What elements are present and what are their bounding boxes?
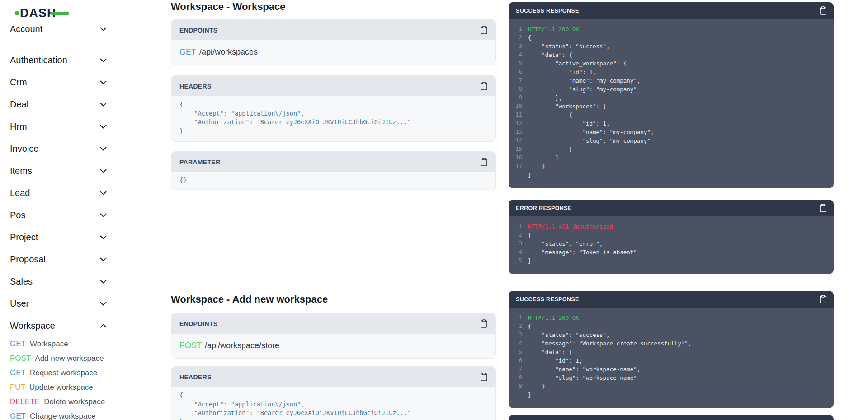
sidebar-category[interactable]: Crm bbox=[0, 71, 118, 93]
code-line: {} bbox=[179, 176, 487, 185]
copy-icon[interactable] bbox=[481, 319, 487, 328]
code-line: { bbox=[179, 391, 487, 400]
code-text: "name": "my-company", bbox=[528, 128, 654, 136]
code-line: 15 } bbox=[509, 145, 834, 154]
chevron-down-icon bbox=[100, 103, 107, 107]
sidebar-endpoint-link[interactable]: GET Change workspace bbox=[0, 409, 118, 420]
chevron-down-icon bbox=[100, 257, 107, 261]
code-text: HTTP/1.1 200 OK bbox=[528, 25, 579, 33]
error-response-panel: ERROR RESPONSE 1 HTTP/1.1 401 Unauthoriz… bbox=[509, 200, 834, 274]
code-line: 8 "slug": "workspace-name" bbox=[509, 373, 834, 382]
response-code: 1 HTTP/1.1 200 OK 2 { 3 "status": "succe… bbox=[509, 19, 834, 188]
line-number: 8 bbox=[509, 373, 522, 382]
line-number: 15 bbox=[509, 145, 522, 154]
chevron-down-icon bbox=[100, 213, 107, 217]
copy-icon[interactable] bbox=[820, 204, 826, 212]
endpoint-row: POST/api/workspace/store bbox=[171, 334, 495, 358]
copy-icon[interactable] bbox=[481, 373, 487, 381]
line-number: 1 bbox=[509, 313, 522, 322]
sidebar-category[interactable]: Deal bbox=[0, 93, 118, 116]
sidebar-category[interactable]: Workspace bbox=[0, 315, 118, 337]
code-text: "slug": "my-company" bbox=[528, 136, 651, 145]
copy-icon[interactable] bbox=[481, 158, 487, 166]
code-text: HTTP/1.1 200 OK bbox=[528, 313, 579, 322]
code-text: }, bbox=[528, 93, 562, 102]
sidebar-category[interactable]: Items bbox=[0, 160, 118, 182]
endpoint-method: GET bbox=[179, 47, 196, 56]
sidebar-endpoint-link[interactable]: GET Workspace bbox=[0, 337, 118, 351]
sidebar-category-label: Proposal bbox=[10, 254, 100, 265]
chevron-down-icon bbox=[100, 302, 107, 306]
sidebar-category[interactable]: Lead bbox=[0, 182, 118, 204]
code-text: "active_workspace": { bbox=[528, 59, 627, 68]
copy-icon[interactable] bbox=[481, 26, 487, 34]
panel-header: ENDPOINTS bbox=[171, 313, 495, 334]
code-line: 3 "status": "error", bbox=[509, 239, 834, 248]
copy-icon[interactable] bbox=[820, 6, 826, 15]
line-number: 2 bbox=[509, 322, 522, 331]
sidebar-category-list: Account Authentication Crm Deal bbox=[0, 27, 118, 337]
endpoint-link-label: Request workspace bbox=[30, 369, 97, 378]
code-text: "name": "my-company", bbox=[528, 76, 640, 85]
chevron-down-icon bbox=[100, 191, 107, 195]
line-number: 4 bbox=[509, 51, 522, 59]
code-line: 5 } bbox=[509, 257, 834, 265]
sidebar-endpoint-link[interactable]: GET Request workspace bbox=[0, 366, 118, 380]
workspace-endpoint-list: GET Workspace POST Add new workspace GET… bbox=[0, 337, 118, 420]
sidebar-category[interactable]: Invoice bbox=[0, 138, 118, 160]
sidebar-category[interactable]: Pos bbox=[0, 204, 118, 226]
sidebar-category-label: Crm bbox=[10, 77, 100, 88]
code-line: "Accept": "application\/json", bbox=[179, 400, 487, 409]
endpoint-row: GET/api/workspaces bbox=[171, 40, 495, 65]
code-text: "message": "Token is absent" bbox=[528, 248, 637, 257]
section-divider bbox=[171, 281, 849, 281]
chevron-down-icon bbox=[100, 125, 107, 129]
panel-header: ENDPOINTS bbox=[171, 20, 495, 40]
endpoint-link-label: Delete workspace bbox=[44, 397, 105, 406]
endpoints-panel: ENDPOINTS POST/api/workspace/store bbox=[171, 313, 496, 359]
sidebar-endpoint-link[interactable]: DELETE Delete workspace bbox=[0, 395, 118, 409]
sidebar-endpoint-link[interactable]: PUT Update workspace bbox=[0, 380, 118, 395]
code-line: 17 } bbox=[509, 162, 834, 171]
code-line: 1 HTTP/1.1 200 OK bbox=[509, 25, 834, 33]
endpoint-method: POST bbox=[179, 341, 202, 350]
sidebar-category[interactable]: Authentication bbox=[0, 49, 118, 71]
sidebar-category[interactable]: Hrm bbox=[0, 116, 118, 138]
copy-icon[interactable] bbox=[820, 295, 826, 303]
sidebar-category-label: Invoice bbox=[10, 144, 100, 154]
code-line: 8 "slug": "my-company" bbox=[509, 85, 834, 93]
chevron-down-icon bbox=[100, 235, 107, 239]
panel-title: HEADERS bbox=[179, 373, 212, 381]
chevron-down-icon bbox=[100, 324, 107, 328]
chevron-down-icon bbox=[100, 58, 107, 62]
code-text: } bbox=[528, 257, 532, 265]
code-line: 3 "status": "success", bbox=[509, 42, 834, 51]
sidebar-endpoint-link[interactable]: POST Add new workspace bbox=[0, 351, 118, 366]
panel-title: SUCCESS RESPONSE bbox=[516, 8, 579, 14]
error-response-panel-partial bbox=[509, 415, 834, 420]
line-number: 11 bbox=[509, 111, 522, 119]
line-number: 9 bbox=[509, 93, 522, 102]
sidebar-category[interactable]: User bbox=[0, 293, 118, 315]
code-line: 9 }, bbox=[509, 93, 834, 102]
copy-icon[interactable] bbox=[481, 82, 487, 90]
line-number: 2 bbox=[509, 231, 522, 239]
panel-title: ENDPOINTS bbox=[179, 320, 217, 327]
panel-header bbox=[509, 415, 834, 420]
sidebar-category[interactable]: Project bbox=[0, 226, 118, 248]
code-text: } bbox=[528, 382, 545, 391]
sidebar-category[interactable]: Sales bbox=[0, 271, 118, 293]
code-line: } bbox=[509, 391, 834, 399]
code-line: 7 "name": "workspace-name", bbox=[509, 365, 834, 373]
sidebar-category[interactable]: Proposal bbox=[0, 248, 118, 271]
code-text: "status": "success", bbox=[528, 42, 610, 51]
method-badge: GET bbox=[10, 412, 26, 420]
panel-header: SUCCESS RESPONSE bbox=[509, 2, 834, 19]
line-number: 4 bbox=[509, 339, 522, 348]
logo[interactable]: DASH bbox=[15, 7, 69, 19]
page-title: Workspace - Add new workspace bbox=[171, 293, 496, 306]
sidebar-category-label: Deal bbox=[10, 99, 100, 110]
panel-title: SUCCESS RESPONSE bbox=[516, 296, 579, 303]
code-line: 4 "message": "Workspace create successfu… bbox=[509, 339, 834, 348]
code-line: 10 "workspaces": [ bbox=[509, 102, 834, 111]
